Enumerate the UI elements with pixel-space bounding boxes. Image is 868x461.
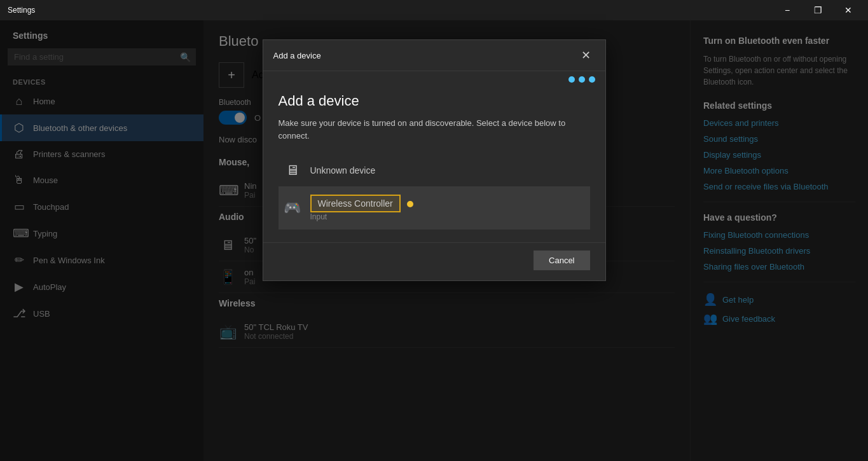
dialog-body: Add a device Make sure your device is tu… (263, 83, 605, 242)
close-button[interactable]: ✕ (834, 0, 863, 20)
cancel-button[interactable]: Cancel (534, 251, 589, 270)
controller-icon: 🎮 (284, 200, 301, 216)
dialog-close-button[interactable]: ✕ (577, 46, 595, 64)
wireless-controller-name: Wireless Controller (310, 195, 413, 212)
app-title: Settings (8, 6, 35, 15)
dialog-description: Make sure your device is turned on and d… (279, 117, 590, 142)
dialog-titlebar-title: Add a device (273, 51, 321, 60)
wireless-controller-sub: Input (310, 212, 413, 221)
dialog-overlay: Add a device ✕ Add a device Make sure yo… (0, 20, 868, 461)
dialog-device-unknown[interactable]: 🖥 Unknown device (279, 155, 590, 187)
add-device-dialog: Add a device ✕ Add a device Make sure yo… (263, 39, 606, 281)
dialog-heading: Add a device (279, 93, 590, 109)
unknown-device-icon: 🖥 (284, 162, 301, 179)
device-list: 🖥 Unknown device 🎮 Wireless Controller I… (279, 155, 590, 230)
window-controls: − ❐ ✕ (773, 0, 863, 20)
yellow-status-dot (407, 201, 413, 207)
minimize-button[interactable]: − (773, 0, 802, 20)
title-bar: Settings − ❐ ✕ (0, 0, 868, 20)
dialog-device-wireless-controller[interactable]: 🎮 Wireless Controller Input (279, 187, 590, 230)
dot-2 (579, 76, 585, 83)
dot-3 (589, 76, 595, 83)
restore-button[interactable]: ❐ (803, 0, 832, 20)
dialog-titlebar: Add a device ✕ (263, 40, 605, 71)
unknown-device-name: Unknown device (310, 165, 376, 175)
controller-name-box: Wireless Controller (310, 195, 401, 212)
dialog-footer: Cancel (263, 242, 605, 280)
bluetooth-dots (263, 71, 605, 83)
dot-1 (568, 76, 575, 83)
